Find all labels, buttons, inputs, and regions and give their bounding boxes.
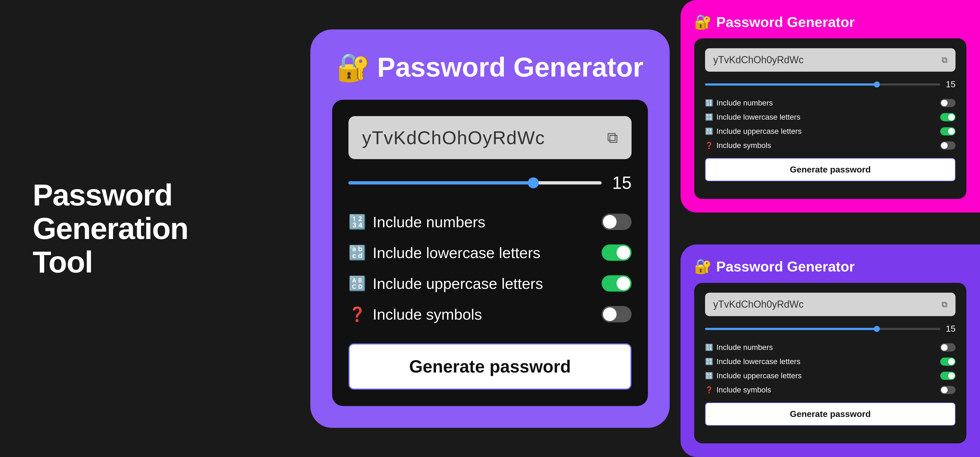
rb-toggle-lowercase[interactable] (940, 358, 956, 366)
right-bottom-title: 🔐 Password Generator (694, 258, 966, 275)
rt-toggle-numbers[interactable] (940, 99, 956, 107)
toggle-symbols-knob (603, 307, 617, 321)
toggle-lowercase-label: 🔡 Include lowercase letters (348, 244, 540, 262)
right-top-password-value: yTvKdChOh0yRdWc (713, 54, 803, 66)
password-value: yTvKdChOhOyRdWc (362, 127, 545, 148)
right-top-slider-track (705, 83, 940, 86)
rt-lowercase-icon: 🔡 (705, 113, 713, 121)
slider-value: 15 (610, 173, 632, 193)
slider-fill (348, 181, 533, 184)
right-bottom-slider-row: 15 (705, 324, 956, 334)
right-top-copy-button[interactable]: ⧉ (942, 55, 947, 65)
rt-uppercase-icon: 🔠 (705, 128, 713, 135)
rb-symbols-icon: ❓ (705, 386, 713, 394)
toggle-lowercase-row: 🔡 Include lowercase letters (348, 237, 632, 268)
right-bottom-slider[interactable] (705, 328, 940, 330)
main-inner-card: yTvKdChOhOyRdWc ⧉ 15 🔢 Include numbers (332, 100, 648, 406)
right-bottom-toggle-numbers: 🔢Include numbers (705, 340, 956, 355)
right-bottom-toggle-lowercase: 🔡Include lowercase letters (705, 355, 956, 369)
right-top-password-display: yTvKdChOh0yRdWc ⧉ (705, 48, 956, 72)
rb-toggle-symbols[interactable] (940, 386, 956, 394)
right-top-slider[interactable] (705, 83, 940, 86)
right-top-toggle-symbols: ❓Include symbols (705, 139, 956, 153)
right-bottom-slider-thumb (874, 326, 880, 332)
rt-symbols-icon: ❓ (705, 142, 713, 149)
right-bottom-slider-track (705, 328, 940, 330)
right-bottom-password-value: yTvKdChOh0yRdWc (713, 299, 803, 310)
rb-numbers-icon: 🔢 (705, 344, 713, 351)
slider-track (348, 181, 601, 184)
rt-toggle-uppercase[interactable] (940, 127, 956, 136)
page-title: Password Generation Tool (33, 178, 223, 279)
toggle-uppercase-row: 🔠 Include uppercase letters (348, 268, 632, 299)
right-top-generate-button[interactable]: Generate password (705, 158, 956, 181)
title-line-2: Generation (33, 211, 188, 246)
toggle-numbers-row: 🔢 Include numbers (348, 206, 632, 237)
right-top-inner: yTvKdChOh0yRdWc ⧉ 15 🔢Include numbers 🔡I… (694, 38, 966, 199)
toggle-uppercase-label: 🔠 Include uppercase letters (348, 275, 543, 292)
lowercase-icon: 🔡 (348, 244, 366, 261)
toggle-uppercase-text: Include uppercase letters (373, 275, 543, 292)
right-top-slider-fill (705, 83, 877, 86)
length-slider[interactable] (348, 181, 601, 184)
main-title-text: Password Generator (377, 51, 643, 83)
toggle-numbers-text: Include numbers (373, 213, 485, 231)
right-bottom-password-display: yTvKdChOh0yRdWc ⧉ (705, 293, 956, 316)
toggle-lowercase-text: Include lowercase letters (373, 244, 540, 262)
toggle-numbers-switch[interactable] (601, 214, 632, 230)
right-bottom-slider-fill (705, 328, 877, 330)
right-bottom-title-text: Password Generator (716, 258, 855, 275)
right-top-slider-thumb (874, 81, 880, 88)
right-bottom-toggle-symbols: ❓Include symbols (705, 383, 956, 397)
toggle-uppercase-switch[interactable] (601, 275, 632, 292)
rb-lowercase-icon: 🔡 (705, 358, 713, 366)
uppercase-icon: 🔠 (348, 275, 366, 292)
numbers-icon: 🔢 (348, 214, 366, 230)
right-bottom-emoji: 🔐 (694, 258, 712, 275)
length-slider-row: 15 (348, 173, 632, 193)
lock-emoji: 🔐 (336, 51, 371, 83)
right-top-title: 🔐 Password Generator (694, 14, 966, 30)
rb-toggle-numbers[interactable] (940, 344, 956, 352)
toggle-symbols-row: ❓ Include symbols (348, 299, 632, 330)
rb-uppercase-icon: 🔠 (705, 372, 713, 380)
toggle-symbols-label: ❓ Include symbols (348, 305, 482, 323)
toggle-lowercase-switch[interactable] (601, 244, 632, 261)
rt-toggle-symbols[interactable] (940, 141, 956, 150)
toggle-symbols-text: Include symbols (373, 305, 482, 323)
main-card-title: 🔐 Password Generator (336, 51, 643, 83)
slider-thumb (528, 177, 539, 188)
toggle-uppercase-knob (617, 276, 630, 290)
right-bottom-card: 🔐 Password Generator yTvKdChOh0yRdWc ⧉ 1… (681, 244, 980, 457)
rb-toggle-uppercase[interactable] (940, 372, 956, 380)
right-top-toggle-uppercase: 🔠Include uppercase letters (705, 124, 956, 139)
copy-button[interactable]: ⧉ (607, 129, 618, 147)
password-display: yTvKdChOhOyRdWc ⧉ (348, 116, 632, 159)
right-top-toggle-numbers: 🔢Include numbers (705, 96, 956, 110)
toggle-symbols-switch[interactable] (601, 306, 632, 323)
main-card: 🔐 Password Generator yTvKdChOhOyRdWc ⧉ 1… (310, 29, 670, 428)
right-bottom-slider-value: 15 (945, 324, 956, 334)
title-line-1: Password (33, 178, 172, 212)
right-top-toggle-lowercase: 🔡Include lowercase letters (705, 110, 956, 124)
right-top-slider-value: 15 (945, 79, 956, 89)
toggle-numbers-label: 🔢 Include numbers (348, 213, 485, 231)
rt-numbers-icon: 🔢 (705, 99, 713, 107)
rt-toggle-lowercase[interactable] (940, 113, 956, 121)
generate-button[interactable]: Generate password (348, 344, 632, 390)
right-top-card: 🔐 Password Generator yTvKdChOh0yRdWc ⧉ 1… (681, 0, 980, 213)
right-bottom-inner: yTvKdChOh0yRdWc ⧉ 15 🔢Include numbers 🔡I… (694, 283, 966, 443)
right-bottom-copy-button[interactable]: ⧉ (942, 300, 947, 309)
right-bottom-generate-button[interactable]: Generate password (705, 403, 956, 426)
right-top-title-text: Password Generator (716, 14, 855, 30)
toggle-lowercase-knob (617, 246, 630, 259)
right-top-slider-row: 15 (705, 79, 956, 89)
right-bottom-toggle-uppercase: 🔠Include uppercase letters (705, 369, 956, 383)
symbols-icon: ❓ (348, 306, 366, 323)
title-line-3: Tool (33, 245, 92, 279)
toggle-numbers-knob (603, 215, 617, 228)
right-top-emoji: 🔐 (694, 14, 712, 30)
